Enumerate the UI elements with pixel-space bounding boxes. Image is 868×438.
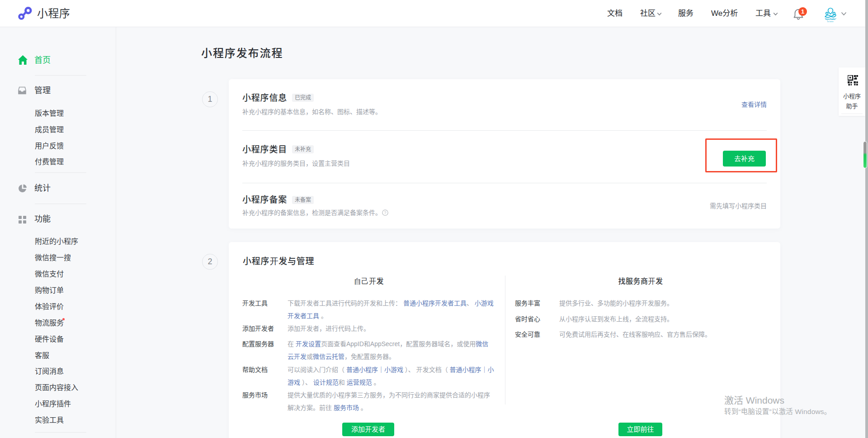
svg-text:?: ? [384, 210, 386, 215]
svg-text:'kychakr': 'kychakr' [825, 18, 836, 20]
svg-text:be better: be better [827, 21, 834, 23]
